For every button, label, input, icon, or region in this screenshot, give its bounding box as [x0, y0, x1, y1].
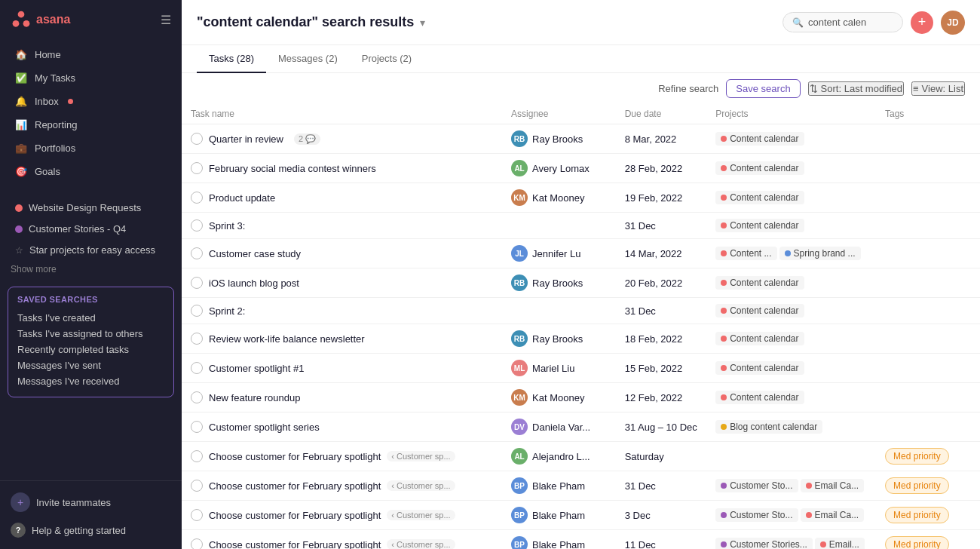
sidebar-item-goals[interactable]: 🎯 Goals — [5, 160, 177, 182]
assignee-cell: KM Kat Mooney — [502, 183, 616, 213]
tab-projects[interactable]: Projects (2) — [350, 45, 424, 73]
saved-search-assigned[interactable]: Tasks I've assigned to others — [17, 326, 164, 342]
task-check[interactable] — [191, 391, 203, 403]
table-row[interactable]: Sprint 3:31 Dec Content calendar — [182, 213, 980, 239]
svg-point-1 — [13, 20, 20, 27]
project-dot — [721, 136, 727, 142]
task-check[interactable] — [191, 247, 203, 259]
assignee-name: Blake Pham — [532, 480, 585, 492]
task-check[interactable] — [191, 219, 203, 232]
tags-cell — [876, 413, 980, 442]
view-button[interactable]: ≡ View: List — [911, 81, 965, 96]
sidebar-item-reporting[interactable]: 📊 Reporting — [5, 113, 177, 136]
table-header-row: Task name Assignee Due date Projects Tag… — [182, 104, 980, 124]
help-item[interactable]: ? Help & getting started — [0, 517, 182, 543]
assignee-name: Avery Lomax — [532, 163, 590, 174]
task-check[interactable] — [191, 133, 203, 145]
table-row[interactable]: Customer case study JL Jennifer Lu 14 Ma… — [182, 239, 980, 268]
projects-cell: Content ... Spring brand ... — [706, 239, 876, 268]
task-check[interactable] — [191, 538, 203, 549]
sort-button[interactable]: ⇅ Sort: Last modified — [808, 81, 904, 96]
table-row[interactable]: iOS launch blog post RB Ray Brooks 20 Fe… — [182, 268, 980, 298]
assignee-cell: JL Jennifer Lu — [502, 239, 616, 268]
sidebar-item-portfolios[interactable]: 💼 Portfolios — [5, 136, 177, 159]
due-date-cell: 8 Mar, 2022 — [616, 124, 706, 154]
table-row[interactable]: New feature roundup KM Kat Mooney 12 Feb… — [182, 383, 980, 413]
project-tag: Content calendar — [715, 132, 804, 146]
user-avatar[interactable]: JD — [941, 11, 965, 35]
nav-label-portfolios: Portfolios — [35, 143, 75, 154]
refine-search-button[interactable]: Refine search — [658, 83, 718, 94]
project-item-star[interactable]: ☆ Star projects for easy access — [5, 240, 177, 260]
asana-logo[interactable]: asana — [11, 9, 70, 30]
help-icon: ? — [11, 523, 26, 538]
table-row[interactable]: Sprint 2:31 Dec Content calendar — [182, 298, 980, 324]
sidebar-bottom: + Invite teammates ? Help & getting star… — [0, 480, 182, 549]
assignee-cell: ML Mariel Liu — [502, 354, 616, 383]
sidebar-item-inbox[interactable]: 🔔 Inbox — [5, 90, 177, 112]
tags-cell — [876, 213, 980, 239]
parent-label: ‹ Customer sp... — [387, 539, 455, 549]
tag-badge: Med priority — [885, 536, 949, 549]
task-name-text: Choose customer for February spotlight — [209, 451, 381, 462]
project-item-website[interactable]: Website Design Requests — [5, 198, 177, 218]
table-row[interactable]: Customer spotlight #1 ML Mariel Liu 15 F… — [182, 354, 980, 383]
saved-search-received[interactable]: Messages I've received — [17, 373, 164, 389]
table-row[interactable]: Choose customer for February spotlight‹ … — [182, 442, 980, 471]
assignee-cell — [502, 298, 616, 324]
title-dropdown-icon[interactable]: ▾ — [420, 17, 425, 29]
project-dot — [721, 195, 727, 201]
project-label-website: Website Design Requests — [29, 202, 141, 213]
task-check[interactable] — [191, 305, 203, 317]
hamburger-icon[interactable]: ☰ — [161, 13, 171, 27]
task-name-text: New feature roundup — [209, 392, 300, 403]
task-check[interactable] — [191, 192, 203, 204]
task-name-cell: Sprint 2: — [182, 298, 502, 324]
save-search-button[interactable]: Save search — [726, 79, 800, 98]
tab-tasks[interactable]: Tasks (28) — [197, 45, 266, 73]
project-tag: Spring brand ... — [779, 247, 861, 260]
saved-search-created[interactable]: Tasks I've created — [17, 310, 164, 326]
comment-badge: 2 💬 — [294, 133, 320, 145]
table-row[interactable]: Choose customer for February spotlight‹ … — [182, 530, 980, 550]
sidebar-item-mytasks[interactable]: ✅ My Tasks — [5, 66, 177, 89]
assignee-avatar: AL — [511, 160, 528, 176]
table-row[interactable]: Product update KM Kat Mooney 19 Feb, 202… — [182, 183, 980, 213]
saved-search-sent[interactable]: Messages I've sent — [17, 357, 164, 373]
task-check[interactable] — [191, 333, 203, 345]
projects-cell: Content calendar — [706, 298, 876, 324]
show-more-button[interactable]: Show more — [0, 261, 182, 278]
tabs-bar: Tasks (28) Messages (2) Projects (2) — [182, 45, 980, 73]
star-label: Star projects for easy access — [29, 244, 155, 256]
assignee-cell: BP Blake Pham — [502, 530, 616, 550]
task-name-text: iOS launch blog post — [209, 278, 299, 289]
add-button[interactable]: + — [911, 11, 933, 34]
tab-messages[interactable]: Messages (2) — [266, 45, 350, 73]
table-row[interactable]: Choose customer for February spotlight‹ … — [182, 501, 980, 530]
task-check[interactable] — [191, 480, 203, 492]
table-row[interactable]: Customer spotlight series DV Daniela Var… — [182, 413, 980, 442]
table-row[interactable]: February social media contest winners AL… — [182, 154, 980, 183]
saved-search-completed[interactable]: Recently completed tasks — [17, 342, 164, 357]
table-row[interactable]: Choose customer for February spotlight‹ … — [182, 471, 980, 501]
sidebar-item-home[interactable]: 🏠 Home — [5, 43, 177, 66]
tags-cell: Med priority — [876, 471, 980, 501]
table-row[interactable]: Quarter in review2 💬 RB Ray Brooks 8 Mar… — [182, 124, 980, 154]
help-label: Help & getting started — [32, 525, 126, 536]
assignee-avatar: BP — [511, 507, 528, 523]
project-item-customer[interactable]: Customer Stories - Q4 — [5, 219, 177, 239]
task-check[interactable] — [191, 362, 203, 374]
task-name-cell: Product update — [182, 183, 502, 213]
task-check[interactable] — [191, 450, 203, 462]
search-box[interactable]: 🔍 content calen — [782, 12, 903, 32]
task-check[interactable] — [191, 277, 203, 289]
task-check[interactable] — [191, 421, 203, 433]
task-check[interactable] — [191, 162, 203, 174]
project-tag: Customer Sto... — [715, 508, 798, 522]
task-check[interactable] — [191, 509, 203, 521]
invite-teammates-item[interactable]: + Invite teammates — [0, 487, 182, 517]
task-name-text: Choose customer for February spotlight — [209, 539, 381, 550]
tag-badge: Med priority — [885, 507, 949, 523]
project-dot — [806, 483, 812, 489]
table-row[interactable]: Review work-life balance newsletter RB R… — [182, 324, 980, 354]
